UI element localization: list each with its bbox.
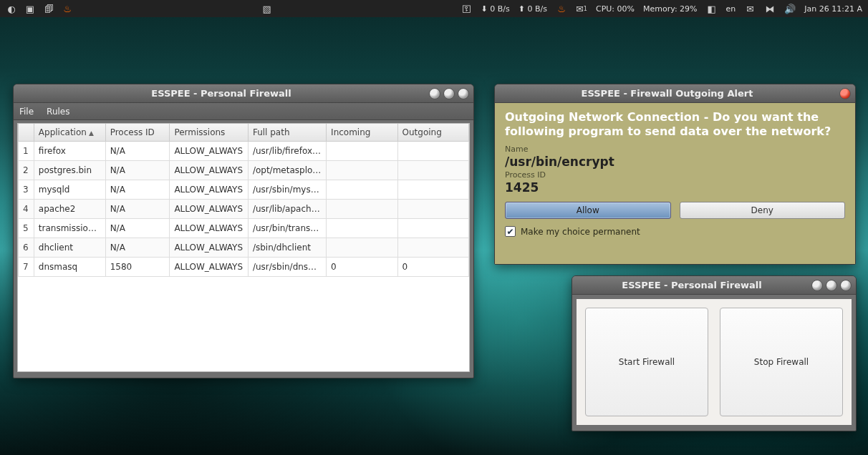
firewall-control-window: ESSPEE - Personal Firewall Start Firewal…	[572, 275, 857, 431]
close-button[interactable]	[839, 88, 851, 99]
cell-full-path: /usr/lib/firefox/...	[248, 142, 326, 161]
col-incoming[interactable]: Incoming	[327, 124, 397, 142]
window-title: ESSPEE - Personal Firewall	[572, 280, 811, 290]
cell-permissions: ALLOW_ALWAYS	[170, 180, 249, 200]
cell-process-id: 1580	[105, 258, 170, 277]
messages-icon[interactable]: ✉	[744, 3, 756, 14]
permanent-checkbox[interactable]: ✔	[505, 226, 516, 237]
table-row[interactable]: 4apache2N/AALLOW_ALWAYS/usr/lib/apache2.…	[19, 200, 469, 219]
cell-process-id: N/A	[105, 180, 170, 200]
row-number: 5	[19, 219, 34, 238]
menu-rules[interactable]: Rules	[47, 107, 69, 117]
rules-table: Application▲ Process ID Permissions Full…	[17, 123, 470, 372]
cell-incoming	[327, 161, 397, 180]
pid-value: 1425	[505, 180, 845, 195]
cell-application: apache2	[34, 200, 105, 219]
firewall-alert-window: ESSPEE - Firewall Outgoing Alert Outgoin…	[494, 84, 856, 265]
table-row[interactable]: 6dhclientN/AALLOW_ALWAYS/sbin/dhclient	[19, 238, 469, 258]
cell-outgoing	[397, 161, 468, 180]
cell-outgoing	[397, 200, 468, 219]
window-title: ESSPEE - Firewall Outgoing Alert	[495, 88, 839, 99]
cell-process-id: N/A	[105, 161, 170, 180]
close-button[interactable]	[840, 280, 852, 291]
col-permissions[interactable]: Permissions	[170, 124, 249, 142]
close-button[interactable]	[458, 88, 469, 99]
cell-full-path: /usr/sbin/dnsmasq	[248, 258, 326, 277]
firefox-launcher-icon[interactable]: ◐	[6, 3, 17, 14]
memory-indicator: Memory: 29%	[643, 4, 698, 14]
maximize-button[interactable]	[826, 280, 837, 291]
files-launcher-icon[interactable]: 🗐	[43, 3, 54, 14]
cell-permissions: ALLOW_ALWAYS	[170, 200, 249, 219]
stop-firewall-button[interactable]: Stop Firewall	[720, 308, 843, 416]
cell-application: dhclient	[34, 238, 105, 258]
window-title: ESSPEE - Personal Firewall	[14, 88, 429, 99]
cell-full-path: /opt/metasploit/...	[248, 161, 326, 180]
minimize-button[interactable]	[429, 88, 440, 99]
cell-process-id: N/A	[105, 219, 170, 238]
table-header-row: Application▲ Process ID Permissions Full…	[19, 124, 469, 142]
bluetooth-icon[interactable]: ⧓	[764, 3, 776, 14]
cell-permissions: ALLOW_ALWAYS	[170, 238, 249, 258]
table-row[interactable]: 5transmission-gtkN/AALLOW_ALWAYS/usr/bin…	[19, 219, 469, 238]
cell-incoming	[327, 238, 397, 258]
row-number: 2	[19, 161, 34, 180]
terminal-launcher-icon[interactable]: ▣	[24, 3, 36, 14]
col-full-path[interactable]: Full path	[248, 124, 326, 142]
minimize-button[interactable]	[811, 280, 823, 291]
firewall-launcher-icon[interactable]: ♨	[62, 3, 73, 14]
alert-heading: Outgoing Network Connection - Do you wan…	[505, 110, 845, 139]
cell-outgoing	[397, 238, 468, 258]
menubar: File Rules	[14, 103, 473, 120]
titlebar[interactable]: ESSPEE - Personal Firewall	[572, 276, 856, 295]
deny-button[interactable]: Deny	[680, 202, 846, 219]
row-number: 4	[19, 200, 34, 219]
table-row[interactable]: 3mysqldN/AALLOW_ALWAYS/usr/sbin/mysqld	[19, 180, 469, 200]
language-indicator[interactable]: en	[726, 4, 736, 14]
name-value: /usr/bin/encrypt	[505, 155, 845, 169]
table-row[interactable]: 7dnsmasq1580ALLOW_ALWAYS/usr/sbin/dnsmas…	[19, 258, 469, 277]
eraser-icon[interactable]: ◧	[706, 3, 718, 14]
top-panel: ◐ ▣ 🗐 ♨ ▧ ⚿ ⬇ 0 B/s ⬆ 0 B/s ♨ ✉1 CPU: 00…	[0, 0, 868, 17]
col-number[interactable]	[19, 124, 34, 142]
cell-incoming	[327, 142, 397, 161]
volume-icon[interactable]: 🔊	[784, 3, 796, 14]
titlebar[interactable]: ESSPEE - Personal Firewall	[14, 84, 473, 103]
row-number: 1	[19, 142, 34, 161]
workspace-switcher-icon[interactable]: ▧	[261, 3, 273, 14]
cell-incoming: 0	[327, 258, 397, 277]
col-application[interactable]: Application▲	[34, 124, 105, 142]
cell-outgoing	[397, 142, 468, 161]
cell-permissions: ALLOW_ALWAYS	[170, 219, 249, 238]
net-up: ⬆ 0 B/s	[519, 4, 547, 14]
cell-application: firefox	[34, 142, 105, 161]
allow-button[interactable]: Allow	[505, 202, 671, 219]
cell-permissions: ALLOW_ALWAYS	[170, 142, 249, 161]
cell-full-path: /usr/sbin/mysqld	[248, 180, 326, 200]
cell-incoming	[327, 180, 397, 200]
table-row[interactable]: 2postgres.binN/AALLOW_ALWAYS/opt/metaspl…	[19, 161, 469, 180]
cell-outgoing	[397, 180, 468, 200]
clock[interactable]: Jan 26 11:21 A	[804, 4, 862, 14]
col-outgoing[interactable]: Outgoing	[397, 124, 468, 142]
cpu-indicator: CPU: 00%	[596, 4, 635, 14]
cell-application: mysqld	[34, 180, 105, 200]
cell-process-id: N/A	[105, 238, 170, 258]
key-icon[interactable]: ⚿	[461, 3, 473, 14]
cell-permissions: ALLOW_ALWAYS	[170, 258, 249, 277]
name-label: Name	[505, 145, 845, 154]
cell-full-path: /usr/lib/apache2...	[248, 200, 326, 219]
cell-process-id: N/A	[105, 142, 170, 161]
cell-application: transmission-gtk	[34, 219, 105, 238]
firewall-tray-icon[interactable]: ♨	[556, 3, 567, 14]
maximize-button[interactable]	[443, 88, 455, 99]
cell-incoming	[327, 200, 397, 219]
start-firewall-button[interactable]: Start Firewall	[585, 308, 708, 416]
table-row[interactable]: 1firefoxN/AALLOW_ALWAYS/usr/lib/firefox/…	[19, 142, 469, 161]
menu-file[interactable]: File	[19, 107, 34, 117]
cell-incoming	[327, 219, 397, 238]
col-process-id[interactable]: Process ID	[105, 124, 170, 142]
row-number: 7	[19, 258, 34, 277]
titlebar[interactable]: ESSPEE - Firewall Outgoing Alert	[495, 84, 855, 103]
mail-tray-icon[interactable]: ✉1	[576, 3, 587, 14]
